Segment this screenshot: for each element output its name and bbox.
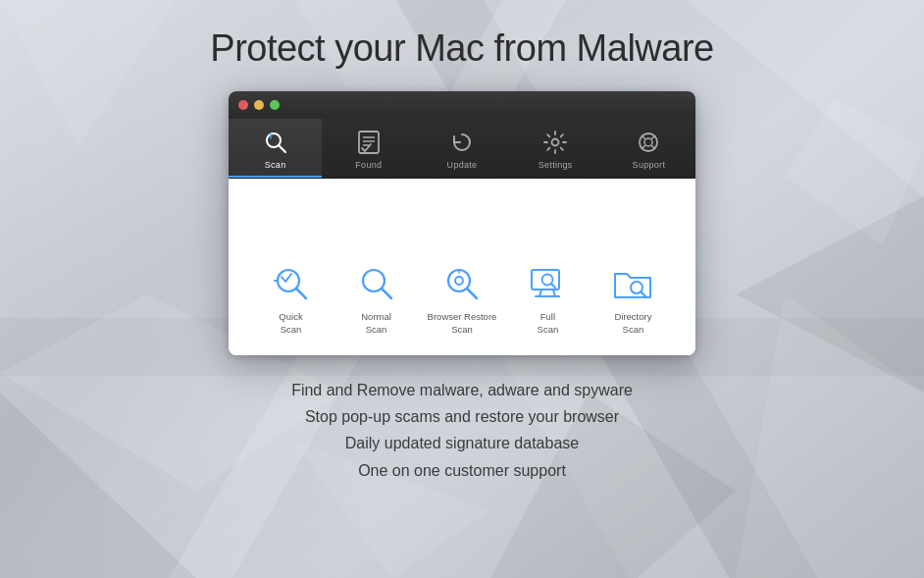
svg-rect-12	[359, 131, 379, 153]
maximize-button[interactable]	[270, 100, 280, 110]
quick-scan-icon	[270, 262, 313, 305]
quick-scan-option[interactable]: Quick Scan	[257, 262, 326, 336]
tab-scan[interactable]: Scan	[229, 119, 322, 178]
scan-icon	[262, 129, 289, 156]
tab-settings-label: Settings	[539, 160, 573, 170]
browser-restore-scan-option[interactable]: Browser Restore Scan	[428, 262, 497, 336]
svg-line-27	[382, 289, 391, 298]
scan-options-row: Quick Scan Normal Scan	[248, 242, 676, 336]
svg-line-33	[539, 289, 541, 296]
tab-found[interactable]: Found	[322, 119, 415, 178]
svg-line-29	[467, 289, 477, 298]
quick-scan-label: Quick Scan	[279, 311, 302, 336]
normal-scan-icon	[355, 262, 398, 305]
tab-support[interactable]: Support	[602, 119, 695, 178]
main-title: Protect your Mac from Malware	[210, 27, 713, 70]
normal-scan-label: Normal Scan	[361, 311, 391, 336]
found-icon	[355, 129, 383, 156]
feature-1: Find and Remove malware, adware and spyw…	[291, 377, 633, 403]
main-content-area: Quick Scan Normal Scan	[229, 179, 695, 355]
tab-support-label: Support	[633, 160, 666, 170]
features-list: Find and Remove malware, adware and spyw…	[291, 377, 633, 484]
support-icon	[635, 129, 662, 156]
full-scan-option[interactable]: Full Scan	[513, 262, 582, 336]
close-button[interactable]	[238, 100, 248, 110]
app-window: Scan Found	[229, 91, 695, 355]
directory-scan-label: Directory Scan	[614, 311, 651, 336]
browser-restore-scan-icon	[440, 262, 484, 305]
svg-line-34	[553, 289, 555, 296]
feature-2: Stop pop-up scams and restore your brows…	[291, 403, 633, 430]
svg-point-16	[552, 139, 559, 146]
minimize-button[interactable]	[254, 100, 264, 110]
tab-scan-label: Scan	[265, 160, 286, 170]
tab-settings[interactable]: Settings	[509, 119, 602, 178]
settings-icon	[541, 129, 569, 156]
svg-line-10	[279, 145, 285, 152]
tab-update-label: Update	[447, 160, 478, 170]
svg-point-30	[455, 277, 463, 285]
toolbar: Scan Found	[229, 119, 695, 179]
directory-scan-icon	[611, 262, 654, 305]
browser-restore-scan-label: Browser Restore Scan	[428, 311, 497, 336]
full-scan-icon	[526, 262, 569, 305]
svg-point-18	[644, 138, 652, 146]
full-scan-label: Full Scan	[538, 311, 559, 336]
svg-line-24	[296, 289, 306, 298]
svg-line-37	[551, 284, 555, 288]
feature-4: One on one customer support	[291, 457, 633, 484]
page-content: Protect your Mac from Malware Scan	[0, 0, 924, 578]
feature-3: Daily updated signature database	[291, 430, 633, 456]
title-bar	[229, 91, 695, 119]
normal-scan-option[interactable]: Normal Scan	[342, 262, 411, 336]
tab-found-label: Found	[355, 160, 382, 170]
update-icon	[448, 129, 476, 156]
tab-update[interactable]: Update	[415, 119, 508, 178]
directory-scan-option[interactable]: Directory Scan	[598, 262, 667, 336]
